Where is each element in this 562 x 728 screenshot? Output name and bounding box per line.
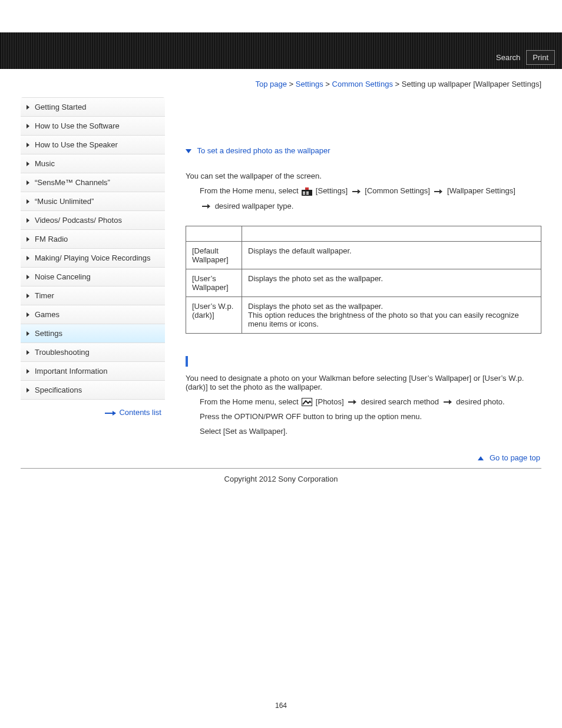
sidebar-item-label: How to Use the Speaker (35, 140, 118, 149)
sidebar-item-label: “Music Unlimited” (35, 197, 94, 206)
sidebar-item-software[interactable]: How to Use the Software (21, 117, 165, 136)
breadcrumb-sep: > (323, 80, 332, 88)
sidebar-item-getting-started[interactable]: Getting Started (21, 98, 165, 117)
sidebar-nav: Getting Started How to Use the Software … (21, 97, 165, 400)
svg-rect-2 (303, 192, 305, 193)
sidebar-item-label: “SensMe™ Channels” (35, 178, 110, 187)
sidebar-item-music[interactable]: Music (21, 154, 165, 173)
photos-icon (302, 398, 312, 406)
step-text: From the Home menu, select (200, 186, 300, 195)
step-text: [Photos] (316, 397, 346, 406)
step-text: desired photo. (456, 397, 504, 406)
arrow-right-icon (202, 205, 210, 208)
breadcrumb-link[interactable]: Common Settings (332, 80, 393, 88)
table-header (186, 226, 242, 241)
svg-rect-3 (303, 193, 305, 195)
sidebar-item-label: Music (35, 159, 55, 168)
option-desc: Displays the photo set as the wallpaper. (242, 269, 541, 297)
search-link[interactable]: Search (496, 53, 520, 62)
step-text: [Settings] (316, 186, 348, 195)
svg-rect-4 (306, 192, 309, 193)
sidebar-item-label: Noise Canceling (35, 272, 91, 281)
intro-text: You can set the wallpaper of the screen. (186, 172, 541, 180)
table-header (242, 226, 541, 241)
arrow-right-icon (352, 190, 361, 193)
page-number: 164 (0, 483, 562, 710)
step-text: From the Home menu, select (200, 397, 300, 406)
breadcrumb-link[interactable]: Settings (296, 80, 323, 88)
sidebar-item-label: Important Information (35, 367, 108, 375)
svg-rect-1 (305, 187, 309, 190)
sidebar-item-sensme[interactable]: “SensMe™ Channels” (21, 173, 165, 192)
step-text: [Common Settings] (365, 186, 432, 195)
sidebar-item-settings[interactable]: Settings (21, 324, 165, 343)
sidebar-item-timer[interactable]: Timer (21, 286, 165, 305)
sidebar-item-games[interactable]: Games (21, 305, 165, 324)
go-to-top-link[interactable]: Go to page top (186, 451, 541, 468)
sidebar-item-label: Games (35, 310, 59, 319)
sidebar-item-label: Troubleshooting (35, 348, 90, 357)
sidebar-item-label: Making/ Playing Voice Recordings (35, 253, 151, 262)
arrow-right-icon (348, 400, 356, 404)
option-name: [Default Wallpaper] (186, 241, 242, 269)
svg-rect-5 (306, 193, 309, 195)
arrow-right-icon (434, 190, 442, 193)
sidebar-item-label: FM Radio (35, 235, 68, 243)
sidebar-item-fm[interactable]: FM Radio (21, 230, 165, 249)
breadcrumb-sep: > (287, 80, 296, 88)
sidebar-item-label: Settings (35, 329, 62, 338)
contents-list-label: Contents list (119, 408, 161, 417)
sidebar-item-noise[interactable]: Noise Canceling (21, 268, 165, 286)
procedure-step: Press the OPTION/PWR OFF button to bring… (200, 412, 541, 421)
breadcrumb-link[interactable]: Top page (255, 80, 287, 88)
options-table: [Default Wallpaper] Displays the default… (186, 226, 541, 334)
procedure-step: Select [Set as Wallpaper]. (200, 427, 541, 436)
settings-icon (302, 187, 312, 196)
sidebar-item-label: Videos/ Podcasts/ Photos (35, 216, 122, 225)
sidebar-item-important[interactable]: Important Information (21, 362, 165, 381)
step-text: desired wallpaper type. (215, 202, 294, 210)
sidebar-item-speaker[interactable]: How to Use the Speaker (21, 136, 165, 154)
arrow-right-icon (105, 413, 115, 414)
option-name: [User’s Wallpaper] (186, 269, 242, 297)
sidebar-item-voice[interactable]: Making/ Playing Voice Recordings (21, 249, 165, 268)
print-button[interactable]: Print (526, 50, 555, 65)
sidebar-item-label: How to Use the Software (35, 121, 120, 130)
sidebar-item-label: Timer (35, 291, 54, 300)
sidebar-item-label: Getting Started (35, 103, 86, 111)
option-desc: Displays the photo set as the wallpaper.… (242, 297, 541, 333)
note-marker-icon (186, 356, 188, 367)
breadcrumb-sep: > (393, 80, 402, 88)
sidebar-item-label: Specifications (35, 386, 82, 394)
sidebar-item-specs[interactable]: Specifications (21, 381, 165, 400)
procedure-step: From the Home menu, select [Photos] desi… (200, 397, 541, 407)
step-text: desired search method (361, 397, 441, 406)
breadcrumb: Top page > Settings > Common Settings > … (0, 69, 562, 88)
table-row: [User’s Wallpaper] Displays the photo se… (186, 269, 541, 297)
breadcrumb-current: Setting up wallpaper [Wallpaper Settings… (402, 80, 541, 88)
section-anchor[interactable]: To set a desired photo as the wallpaper (186, 146, 541, 155)
anchor-label: To set a desired photo as the wallpaper (197, 146, 330, 155)
table-row: [Default Wallpaper] Displays the default… (186, 241, 541, 269)
sidebar-item-music-unlimited[interactable]: “Music Unlimited” (21, 192, 165, 211)
note-text: You need to designate a photo on your Wa… (186, 374, 541, 391)
step-text: [Wallpaper Settings] (447, 186, 515, 195)
option-desc: Displays the default wallpaper. (242, 241, 541, 269)
contents-list-link[interactable]: Contents list (21, 400, 165, 417)
procedure-step: From the Home menu, select [Settings] [C… (200, 186, 541, 196)
table-row: [User’s W.p.(dark)] Displays the photo s… (186, 297, 541, 333)
arrow-right-icon (444, 400, 452, 404)
go-to-top-label: Go to page top (490, 453, 540, 462)
option-name: [User’s W.p.(dark)] (186, 297, 242, 333)
header-banner: Search Print (0, 32, 562, 69)
copyright-text: Copyright 2012 Sony Corporation (0, 469, 562, 483)
procedure-step: desired wallpaper type. (200, 202, 541, 210)
sidebar-item-videos[interactable]: Videos/ Podcasts/ Photos (21, 211, 165, 230)
sidebar-item-troubleshooting[interactable]: Troubleshooting (21, 343, 165, 362)
